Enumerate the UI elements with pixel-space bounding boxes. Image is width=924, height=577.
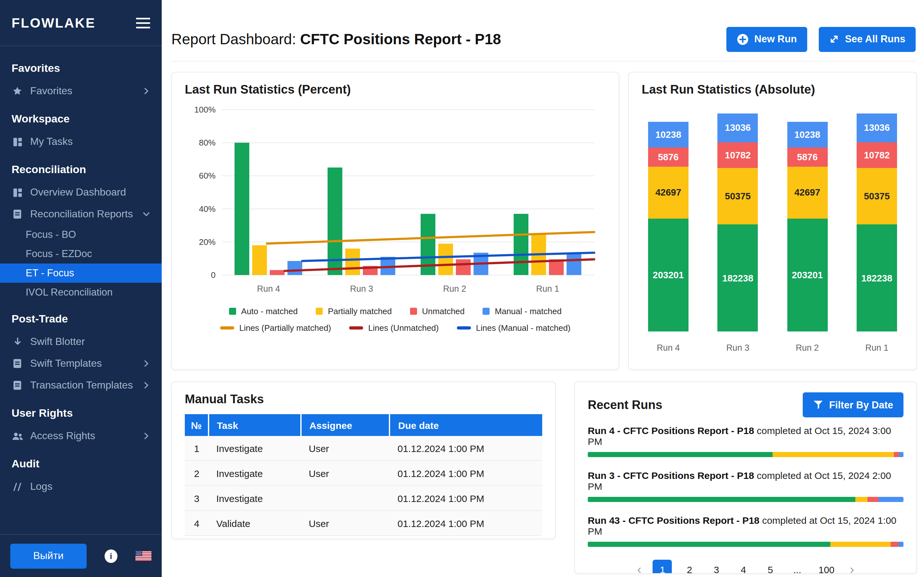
sidebar-subitem-focus-bo[interactable]: Focus - BO <box>0 225 162 244</box>
progress-segment-yellow <box>830 542 891 547</box>
hamburger-menu-icon[interactable] <box>136 17 150 29</box>
run-progress-bar <box>588 542 903 547</box>
recent-runs-panel: Recent Runs Filter By Date Run 4 - CFTC … <box>574 382 917 574</box>
segment-value: 13036 <box>725 123 751 133</box>
bar-auto-matched-run-4 <box>234 143 249 275</box>
chevron-down-icon <box>142 210 150 218</box>
page-button-2[interactable]: 2 <box>680 560 699 574</box>
run-progress-bar <box>588 452 903 457</box>
page-button-1[interactable]: 1 <box>653 560 672 574</box>
segment-manual-matched: 10238 <box>648 122 688 147</box>
run-item-run-4-cftc-positions-report-p18[interactable]: Run 4 - CFTC Positions Report - P18 comp… <box>588 425 903 457</box>
task-cell-item: 1 <box>185 436 208 461</box>
bar-manual-matched-run-1 <box>567 253 582 275</box>
legend-item-manual-matched[interactable]: Manual - matched <box>483 306 561 316</box>
page-button-4[interactable]: 4 <box>734 560 753 574</box>
segment-value: 182238 <box>861 273 893 283</box>
percent-chart-panel: Last Run Statistics (Percent) 100%80%60%… <box>171 72 619 370</box>
sidebar-item-my-tasks[interactable]: My Tasks <box>0 131 162 153</box>
progress-segment-red <box>894 452 899 457</box>
nav-section-title-post-trade: Post-Trade <box>0 302 162 331</box>
bar-partially-matched-run-3 <box>345 248 360 275</box>
new-run-button[interactable]: New Run <box>726 27 807 52</box>
legend-item-partially-matched[interactable]: Partially matched <box>316 306 392 316</box>
logout-button[interactable]: Выйти <box>10 543 87 568</box>
legend-swatch-icon <box>410 308 417 315</box>
pagination-prev-icon[interactable]: ‹ <box>633 561 645 574</box>
sidebar-item-transaction-templates[interactable]: Transaction Templates <box>0 374 162 396</box>
segment-manual-matched: 13036 <box>718 113 758 142</box>
legend-item-lines-partially-matched[interactable]: Lines (Partially matched) <box>220 323 331 333</box>
recent-runs-header: Recent Runs Filter By Date <box>588 392 903 417</box>
page-button-5[interactable]: 5 <box>761 560 780 574</box>
segment-unmatched: 5876 <box>648 147 688 167</box>
pagination-next-icon[interactable]: › <box>846 561 858 574</box>
stacked-bar-run-1: 130361078250375182238Run 1 <box>857 113 897 353</box>
nav-section-title-reconciliation: Reconciliation <box>0 153 162 181</box>
segment-value: 42697 <box>795 187 821 198</box>
bar-manual-matched-run-4 <box>288 261 302 275</box>
see-all-runs-button[interactable]: See All Runs <box>819 27 916 52</box>
header-divider <box>171 61 916 61</box>
run-title: Run 4 - CFTC Positions Report - P18 comp… <box>588 425 903 447</box>
info-icon[interactable]: i <box>105 549 118 562</box>
nav-section-title-user-rights: User Rights <box>0 396 162 425</box>
us-flag-icon[interactable] <box>136 551 152 561</box>
sidebar-item-logs[interactable]: Logs <box>0 476 162 498</box>
document-icon <box>11 209 23 219</box>
sidebar-item-label: Swift Blotter <box>30 336 85 348</box>
legend-item-lines-unmatched[interactable]: Lines (Unmatched) <box>349 323 439 333</box>
task-row: 3Investigate01.12.2024 1:00 PM <box>185 486 542 511</box>
new-run-label: New Run <box>754 33 797 45</box>
x-axis-label: Run 4 <box>257 284 280 293</box>
legend-label: Partially matched <box>328 306 392 316</box>
sidebar-item-swift-blotter[interactable]: Swift Blotter <box>0 331 162 353</box>
nav-section-title-audit: Audit <box>0 447 162 476</box>
segment-value: 203201 <box>792 270 823 280</box>
stacked-bar-segments: 130361078250375182238 <box>718 113 758 332</box>
column-header-assignee: Assignee <box>301 414 390 436</box>
manual-tasks-panel: Manual Tasks №TaskAssigneeDue date 1Inve… <box>171 382 556 539</box>
sidebar-item-label: My Tasks <box>30 136 73 147</box>
run-item-run-3-cftc-positions-report-p18[interactable]: Run 3 - CFTC Positions Report - P18 comp… <box>588 470 903 502</box>
sidebar-item-access-rights[interactable]: Access Rights <box>0 425 162 447</box>
segment-auto-matched: 182238 <box>718 224 758 332</box>
y-axis-tick: 0 <box>211 270 216 280</box>
page-button-3[interactable]: 3 <box>707 560 726 574</box>
app-logo: FLOWLAKE <box>11 15 95 31</box>
header-actions: New Run See All Runs <box>726 27 916 52</box>
sidebar-item-label: Overview Dashboard <box>30 187 126 198</box>
segment-value: 203201 <box>653 270 684 280</box>
y-axis-tick: 60% <box>199 171 216 181</box>
stacked-bar-segments: 10238587642697203201 <box>787 113 827 332</box>
main-content: Report Dashboard: CFTC Positions Report … <box>162 0 924 577</box>
bar-partially-matched-run-2 <box>438 243 453 275</box>
run-title: Run 3 - CFTC Positions Report - P18 comp… <box>588 470 903 492</box>
sidebar-item-reconciliation-reports[interactable]: Reconciliation Reports <box>0 203 162 225</box>
legend-item-lines-manual-matched[interactable]: Lines (Manual - matched) <box>457 323 570 333</box>
run-item-run-43-cftc-positions-report-p18[interactable]: Run 43 - CFTC Positions Report - P18 com… <box>588 515 903 547</box>
segment-partially-matched: 50375 <box>857 168 897 225</box>
stacked-bar-segments: 130361078250375182238 <box>857 113 897 332</box>
expand-arrows-icon <box>829 34 839 44</box>
task-cell-due-date: 01.12.2024 1:00 PM <box>390 436 542 461</box>
segment-auto-matched: 203201 <box>648 218 688 332</box>
sidebar-subitem-et-focus[interactable]: ET - Focus <box>0 263 162 283</box>
legend-item-auto-matched[interactable]: Auto - matched <box>229 306 298 316</box>
sidebar-item-overview-dashboard[interactable]: Overview Dashboard <box>0 181 162 203</box>
legend-label: Manual - matched <box>495 306 561 316</box>
sidebar-subitem-ivol-reconciliation[interactable]: IVOL Reconciliation <box>0 283 162 302</box>
sidebar-subitem-focus-ezdoc[interactable]: Focus - EZDoc <box>0 244 162 263</box>
filter-by-date-button[interactable]: Filter By Date <box>803 392 903 417</box>
percent-chart-legend-bars: Auto - matchedPartially matchedUnmatched… <box>185 306 606 316</box>
x-axis-label: Run 4 <box>648 343 688 353</box>
progress-segment-red <box>868 497 878 502</box>
sidebar-item-favorites[interactable]: Favorites <box>0 80 162 102</box>
page-button-100[interactable]: 100 <box>814 560 838 574</box>
sidebar-nav: FavoritesFavoritesWorkspaceMy TasksRecon… <box>0 46 162 498</box>
sidebar-item-swift-templates[interactable]: Swift Templates <box>0 353 162 374</box>
star-icon <box>11 86 23 96</box>
stacked-bar-segments: 10238587642697203201 <box>648 113 688 332</box>
legend-item-unmatched[interactable]: Unmatched <box>410 306 465 316</box>
page-button-item[interactable]: ... <box>788 560 807 574</box>
